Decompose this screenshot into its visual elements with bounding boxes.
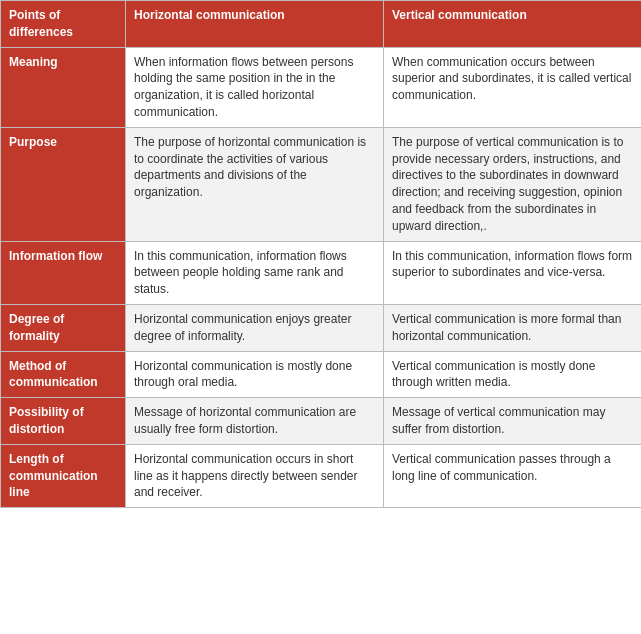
table-header: Points of differences Horizontal communi…	[1, 1, 642, 48]
row-horizontal: Horizontal communication enjoys greater …	[126, 304, 384, 351]
row-label: Purpose	[1, 127, 126, 241]
table-row: Length of communication lineHorizontal c…	[1, 444, 642, 507]
table-row: Information flowIn this communication, i…	[1, 241, 642, 304]
row-label: Method of communication	[1, 351, 126, 398]
table-row: Possibility of distortionMessage of hori…	[1, 398, 642, 445]
row-vertical: In this communication, information flows…	[384, 241, 642, 304]
row-horizontal: Horizontal communication occurs in short…	[126, 444, 384, 507]
table-row: PurposeThe purpose of horizontal communi…	[1, 127, 642, 241]
row-label: Length of communication line	[1, 444, 126, 507]
row-label: Meaning	[1, 47, 126, 127]
row-label: Possibility of distortion	[1, 398, 126, 445]
row-vertical: When communication occurs between superi…	[384, 47, 642, 127]
row-vertical: Vertical communication is mostly done th…	[384, 351, 642, 398]
row-label: Information flow	[1, 241, 126, 304]
row-vertical: Vertical communication passes through a …	[384, 444, 642, 507]
row-vertical: Message of vertical communication may su…	[384, 398, 642, 445]
table-row: MeaningWhen information flows between pe…	[1, 47, 642, 127]
header-col2: Horizontal communication	[126, 1, 384, 48]
row-vertical: Vertical communication is more formal th…	[384, 304, 642, 351]
row-horizontal: When information flows between persons h…	[126, 47, 384, 127]
row-horizontal: Message of horizontal communication are …	[126, 398, 384, 445]
row-horizontal: In this communication, information flows…	[126, 241, 384, 304]
row-horizontal: The purpose of horizontal communication …	[126, 127, 384, 241]
header-col3: Vertical communication	[384, 1, 642, 48]
row-vertical: The purpose of vertical communication is…	[384, 127, 642, 241]
row-horizontal: Horizontal communication is mostly done …	[126, 351, 384, 398]
table-row: Method of communicationHorizontal commun…	[1, 351, 642, 398]
header-col1: Points of differences	[1, 1, 126, 48]
table-row: Degree of formalityHorizontal communicat…	[1, 304, 642, 351]
row-label: Degree of formality	[1, 304, 126, 351]
